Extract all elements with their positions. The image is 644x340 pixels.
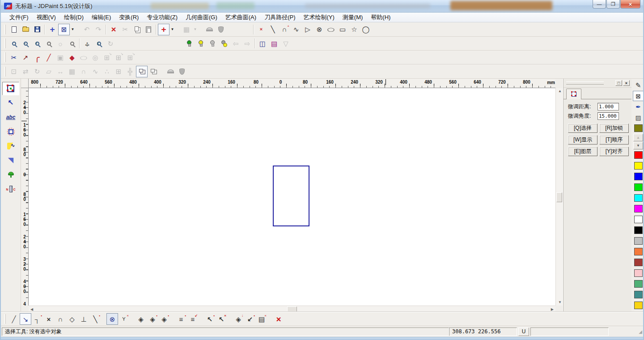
cross-combine-icon[interactable]: ╬ (124, 66, 136, 77)
menu-art-draw[interactable]: 艺术绘制(Y) (299, 13, 338, 22)
param-table-icon[interactable]: ▤ (268, 38, 280, 49)
work-plane-dropdown[interactable]: ▼ (70, 24, 76, 35)
snap-pick-point-icon[interactable]: ↖• (204, 313, 216, 325)
delete-icon[interactable]: × (108, 24, 119, 35)
tab-select-tool[interactable] (566, 89, 581, 99)
zoom-1to1-icon[interactable]: 1 (93, 38, 105, 49)
scroll-right-icon[interactable]: ▶ (551, 308, 554, 311)
palette-yellow[interactable] (633, 161, 644, 171)
palette-magenta[interactable] (633, 204, 644, 214)
snap-grid-icon[interactable]: ⊗ (106, 313, 118, 325)
eraser-tool[interactable]: ◥ (2, 153, 19, 167)
color-picker-icon[interactable]: ✒ (633, 102, 644, 112)
zoom-previous-icon[interactable] (43, 38, 55, 49)
draw-point-icon[interactable]: × (255, 24, 267, 35)
zoom-all-icon[interactable]: ☼ (55, 38, 66, 49)
draw-ellipse-icon[interactable]: ◯ (325, 24, 337, 35)
drawn-rectangle[interactable] (273, 166, 309, 226)
menu-transform[interactable]: 变换(R) (115, 13, 143, 22)
render-shield-icon[interactable] (176, 66, 188, 77)
menu-measure[interactable]: 测量(M) (339, 13, 367, 22)
skew-object-icon[interactable]: ▱ (43, 66, 55, 77)
snap-perpendicular-icon[interactable]: ⊥ (78, 313, 89, 325)
panel-close-button[interactable]: × (623, 80, 630, 86)
group-objects-icon[interactable] (136, 66, 148, 77)
nudge-distance-input[interactable] (597, 103, 619, 110)
drawing-canvas[interactable] (29, 88, 555, 306)
palette-orange[interactable] (633, 246, 644, 257)
fit-curve-icon[interactable]: ∿ (89, 66, 101, 77)
paste-icon[interactable] (143, 24, 154, 35)
stretch-object-icon[interactable]: ↔ (55, 66, 66, 77)
palette-red[interactable] (633, 150, 644, 160)
palette-green[interactable] (633, 182, 644, 192)
palette-brick[interactable] (633, 257, 644, 268)
snap-node-icon[interactable]: ◈• (158, 313, 170, 325)
menu-edit[interactable]: 编辑(E) (88, 13, 115, 22)
palette-scroll-up-icon[interactable]: ▲ (633, 134, 643, 141)
zoom-object-icon[interactable] (66, 38, 78, 49)
nav-forward-icon[interactable]: ⇨ (242, 38, 253, 49)
bevel-node-icon[interactable]: ◆ (66, 51, 78, 63)
derive-copy-1-icon[interactable]: ⊞↘ (101, 51, 113, 63)
maximize-button[interactable]: ❐ (606, 0, 620, 8)
toolbar-gripper[interactable] (4, 314, 6, 324)
menu-file[interactable]: 文件(F) (5, 13, 33, 22)
light-on-icon[interactable] (183, 38, 195, 49)
coordinate-axes-icon[interactable]: + (158, 24, 169, 35)
menu-art-surface[interactable]: 艺术曲面(A) (221, 13, 260, 22)
horizontal-scroll-thumb[interactable] (287, 306, 297, 312)
snap-pick-off-icon[interactable]: ↖× (216, 313, 227, 325)
view-3d-dropdown[interactable]: ▼ (192, 24, 198, 35)
derive-copy-3-icon[interactable]: ⊞↘ (124, 51, 136, 63)
scroll-left-icon[interactable]: ◀ (30, 308, 33, 311)
toolbar-gripper[interactable] (4, 67, 6, 76)
surface-shield-icon[interactable] (215, 24, 227, 35)
fit-arc-icon[interactable]: ∩ (78, 66, 89, 77)
palette-blue[interactable] (633, 171, 644, 182)
display-button[interactable]: [W]显示 (568, 135, 597, 144)
copy-object-icon[interactable]: ⊡ (8, 66, 20, 77)
snap-midpoint-icon[interactable]: ┐• (31, 313, 43, 325)
nudge-angle-input[interactable] (597, 112, 619, 120)
draw-star-icon[interactable]: ☆ (348, 24, 360, 35)
panel-header[interactable]: □× (564, 79, 631, 88)
view-3d-icon[interactable]: ▦ (181, 24, 192, 35)
coordinate-axes-dropdown[interactable]: ▼ (169, 24, 175, 35)
snap-clear-icon[interactable]: × (273, 313, 284, 325)
horizontal-scrollbar[interactable]: ◀ ▶ (29, 306, 555, 312)
resize-grip[interactable]: ◢ (639, 329, 642, 334)
palette-teal[interactable] (633, 289, 644, 300)
toolbar-gripper[interactable] (4, 52, 6, 62)
current-color-swatch[interactable] (633, 123, 644, 133)
menu-help[interactable]: 帮助(H) (367, 13, 394, 22)
draw-arc-icon[interactable]: ∩+ (279, 24, 290, 35)
draw-rectangle-icon[interactable]: ▭ (337, 24, 348, 35)
draw-circle-icon[interactable]: ⊗ (314, 24, 325, 35)
snap-arc-icon[interactable]: ∩ (55, 313, 66, 325)
menu-draw[interactable]: 绘制(D) (60, 13, 88, 22)
texture-filter-icon[interactable]: ▽ (280, 38, 292, 49)
nc-drill-tool[interactable] (2, 182, 19, 196)
redo-icon[interactable]: ↷ (93, 24, 104, 35)
snap-options-icon[interactable]: ▤× (256, 313, 267, 325)
snap-axis-icon[interactable]: Y× (118, 313, 130, 325)
scroll-down-icon[interactable]: ▼ (558, 301, 562, 304)
snap-center-icon[interactable]: ◈• (147, 313, 158, 325)
text-tool[interactable]: abc (2, 110, 19, 124)
snap-quadrant-icon[interactable]: ◇ (66, 313, 78, 325)
snap-angle-icon[interactable]: ↙• (244, 313, 256, 325)
art-curve-tool[interactable] (2, 139, 19, 153)
close-button[interactable]: × (620, 0, 640, 8)
select-tool[interactable] (2, 82, 19, 95)
node-edit-tool[interactable]: ↖ (2, 96, 19, 110)
no-fill-icon[interactable]: ⊠ (633, 91, 644, 101)
render-dome-icon[interactable] (165, 66, 176, 77)
snap-nearest-icon[interactable]: ↘ (20, 313, 31, 325)
mirror-object-icon[interactable]: ⇄ (20, 66, 31, 77)
offset-contour-icon[interactable]: ▣ (55, 51, 66, 63)
panel-gripper[interactable] (566, 81, 604, 85)
snap-free-icon[interactable]: ╱ (8, 313, 20, 325)
concentric-copy-icon[interactable]: ◎ (89, 51, 101, 63)
palette-white[interactable] (633, 214, 644, 225)
